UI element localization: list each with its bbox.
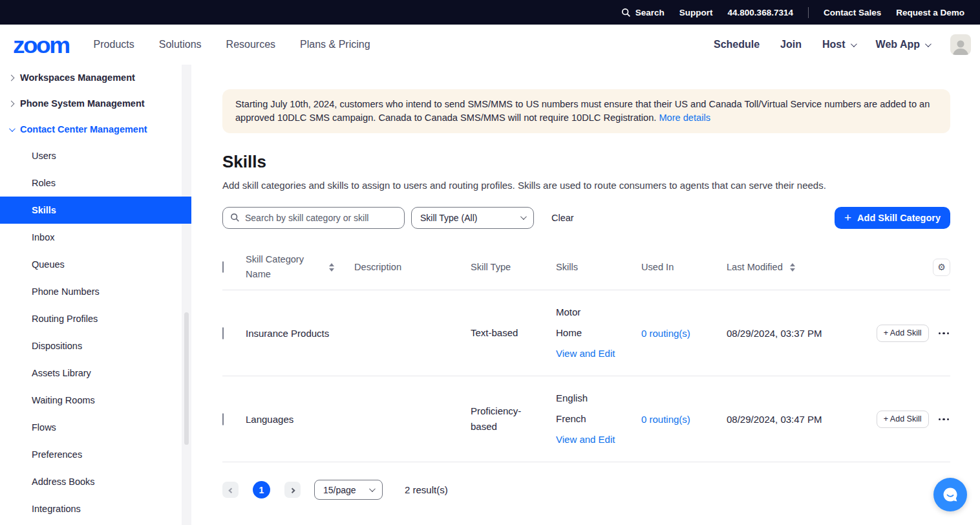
cell-used-in-routings-link[interactable]: 0 routing(s) — [641, 414, 727, 425]
table-header-row: Skill Category Name Description Skill Ty… — [222, 246, 950, 291]
page-size-dropdown[interactable]: 15/page — [314, 480, 383, 500]
more-options-icon[interactable] — [939, 416, 950, 423]
nav-actions: Schedule Join Host Web App — [714, 34, 971, 55]
row-checkbox[interactable] — [222, 327, 224, 339]
sidebar-item-inbox[interactable]: Inbox — [0, 224, 191, 251]
topbar-support-link[interactable]: Support — [679, 8, 713, 17]
row-checkbox[interactable] — [222, 413, 224, 425]
page-subtitle: Add skill categories and skills to assig… — [222, 180, 950, 191]
sidebar-item-flows[interactable]: Flows — [0, 414, 191, 441]
chevron-down-icon — [851, 41, 857, 47]
sidebar-section-label: Contact Center Management — [20, 124, 147, 134]
sidebar-section-phone-system-management[interactable]: Phone System Management — [0, 91, 191, 116]
nav-products[interactable]: Products — [94, 39, 134, 50]
topbar-phone-number[interactable]: 44.800.368.7314 — [728, 8, 793, 17]
table-row-insurance-products: Insurance Products Text-based Motor Home… — [222, 290, 950, 376]
topbar-contact-sales-link[interactable]: Contact Sales — [824, 8, 881, 17]
sidebar-section-contact-center-management[interactable]: Contact Center Management — [0, 116, 191, 142]
banner-more-details-link[interactable]: More details — [659, 112, 710, 123]
sidebar-item-roles[interactable]: Roles — [0, 169, 191, 197]
skill-item: French — [556, 409, 641, 429]
page-number-button[interactable]: 1 — [253, 481, 270, 498]
topbar-request-demo-link[interactable]: Request a Demo — [896, 8, 964, 17]
chevron-left-icon — [228, 488, 233, 493]
sidebar-scrollbar-thumb[interactable] — [184, 312, 189, 445]
clear-filters-button[interactable]: Clear — [551, 213, 574, 223]
cell-skills: English French View and Edit — [556, 376, 641, 462]
cell-skill-type: Proficiency-based — [471, 403, 556, 434]
add-skill-category-label: Add Skill Category — [857, 213, 941, 223]
skill-search-box — [222, 207, 405, 229]
nav-plans-pricing[interactable]: Plans & Pricing — [300, 39, 370, 50]
sidebar-item-users[interactable]: Users — [0, 142, 191, 169]
zoom-logo[interactable]: zoom — [13, 33, 69, 56]
previous-page-button[interactable] — [222, 482, 239, 498]
column-header-last-modified: Last Modified — [727, 262, 870, 272]
sms-notice-banner: Starting July 10th, 2024, customers who … — [222, 89, 950, 133]
cell-skills: Motor Home View and Edit — [556, 290, 641, 376]
chevron-down-icon — [520, 213, 527, 220]
sidebar-item-routing-profiles[interactable]: Routing Profiles — [0, 305, 191, 332]
skill-type-value: Text-based — [471, 325, 518, 341]
sidebar-item-waiting-rooms[interactable]: Waiting Rooms — [0, 387, 191, 414]
filter-row: Skill Type (All) Clear + Add Skill Categ… — [222, 207, 950, 229]
chevron-right-icon — [290, 488, 295, 493]
cell-skill-category-name: Languages — [246, 414, 354, 425]
nav-links: Products Solutions Resources Plans & Pri… — [94, 39, 370, 50]
cell-actions: + Add Skill — [870, 325, 950, 342]
sort-icon[interactable] — [790, 263, 795, 272]
table-settings-button[interactable]: ⚙ — [933, 259, 950, 276]
view-and-edit-link[interactable]: View and Edit — [556, 343, 641, 364]
sidebar-item-queues[interactable]: Queues — [0, 251, 191, 278]
column-header-skill-category-name: Skill Category Name — [246, 252, 354, 283]
column-header-skill-type: Skill Type — [471, 262, 556, 272]
sidebar-item-address-books[interactable]: Address Books — [0, 468, 191, 495]
nav-host-label: Host — [822, 39, 846, 50]
skill-search-input[interactable] — [245, 213, 397, 223]
sort-icon[interactable] — [329, 263, 334, 272]
select-all-checkbox[interactable] — [222, 261, 224, 273]
sidebar-item-dispositions[interactable]: Dispositions — [0, 332, 191, 359]
sidebar-section-workspaces-management[interactable]: Workspaces Management — [0, 65, 191, 91]
add-skill-button[interactable]: + Add Skill — [877, 325, 929, 342]
nav-join[interactable]: Join — [780, 39, 802, 50]
nav-solutions[interactable]: Solutions — [159, 39, 202, 50]
column-header-label: Last Modified — [727, 262, 783, 272]
column-header-skills: Skills — [556, 262, 641, 272]
add-skill-category-button[interactable]: + Add Skill Category — [835, 207, 950, 229]
page-size-value: 15/page — [323, 485, 356, 495]
skill-item: Motor — [556, 302, 641, 323]
column-header-used-in: Used In — [641, 262, 727, 272]
sidebar-item-phone-numbers[interactable]: Phone Numbers — [0, 278, 191, 305]
main-content: Starting July 10th, 2024, customers who … — [191, 65, 980, 525]
pagination: 1 15/page 2 result(s) — [222, 480, 950, 500]
chevron-right-icon — [8, 100, 15, 107]
chevron-down-icon — [925, 41, 932, 47]
skill-item: Home — [556, 323, 641, 343]
nav-host-dropdown[interactable]: Host — [822, 39, 855, 50]
view-and-edit-link[interactable]: View and Edit — [556, 429, 641, 450]
chat-bubble-icon — [941, 486, 959, 504]
results-count: 2 result(s) — [405, 484, 448, 495]
nav-webapp-dropdown[interactable]: Web App — [876, 39, 930, 50]
next-page-button[interactable] — [284, 482, 301, 498]
skill-type-filter-dropdown[interactable]: Skill Type (All) — [411, 207, 534, 229]
skill-type-filter-value: Skill Type (All) — [420, 213, 477, 223]
more-options-icon[interactable] — [939, 330, 950, 338]
cell-used-in-routings-link[interactable]: 0 routing(s) — [641, 328, 727, 339]
user-avatar[interactable] — [950, 34, 971, 55]
chevron-right-icon — [8, 74, 15, 81]
sidebar-item-assets-library[interactable]: Assets Library — [0, 359, 191, 387]
nav-schedule[interactable]: Schedule — [714, 39, 760, 50]
support-chat-button[interactable] — [933, 478, 967, 511]
search-icon — [621, 8, 631, 17]
add-skill-button[interactable]: + Add Skill — [877, 411, 929, 428]
utility-topbar: Search Support 44.800.368.7314 Contact S… — [0, 0, 980, 25]
topbar-search[interactable]: Search — [621, 8, 665, 17]
cell-skill-type: Text-based — [471, 325, 556, 341]
nav-resources[interactable]: Resources — [226, 39, 275, 50]
sidebar-item-integrations[interactable]: Integrations — [0, 495, 191, 522]
chevron-down-icon — [9, 125, 16, 132]
sidebar-item-preferences[interactable]: Preferences — [0, 441, 191, 468]
sidebar-item-skills[interactable]: Skills — [0, 197, 191, 224]
